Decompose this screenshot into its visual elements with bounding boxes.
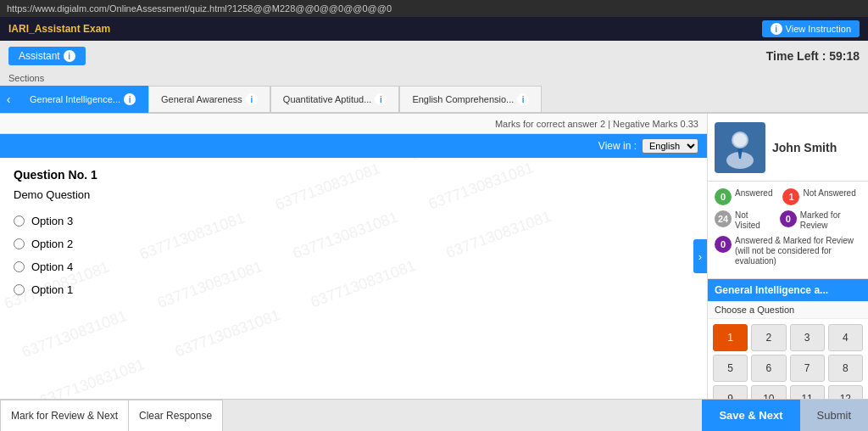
url-text: https://www.digialm.com/OnlineAssessment… (7, 3, 392, 14)
right-sidebar: John Smith 0 Answered 1 Not Answered (707, 114, 868, 399)
assistant-label: Assistant (19, 50, 60, 62)
question-grid-button-1[interactable]: 1 (713, 324, 748, 351)
tab-prev-arrow[interactable]: ‹ (0, 86, 17, 113)
not-answered-label: Not Answered (803, 188, 855, 199)
tab-label: English Comprehensio... (412, 94, 514, 104)
url-bar: https://www.digialm.com/OnlineAssessment… (0, 0, 868, 17)
option-item: Option 1 (14, 283, 693, 296)
question-grid-button-12[interactable]: 12 (828, 385, 863, 399)
question-grid-button-4[interactable]: 4 (828, 324, 863, 351)
mark-review-button[interactable]: Mark for Review & Next (0, 400, 129, 432)
legend-not-visited: 24 Not Visited (715, 210, 770, 231)
user-name: John Smith (772, 141, 837, 154)
tab-info-icon[interactable]: i (517, 93, 529, 105)
choose-label: Choose a Question (708, 301, 868, 319)
not-visited-badge: 24 (715, 210, 732, 227)
grid-title: General Intelligence a... (708, 279, 868, 301)
view-instruction-label: View Instruction (786, 24, 851, 34)
option-label-1[interactable]: Option 1 (31, 283, 73, 296)
question-grid-button-5[interactable]: 5 (713, 355, 748, 382)
view-instruction-button[interactable]: i View Instruction (762, 20, 860, 37)
option-list: Option 3 Option 2 Option 4 Option 1 (14, 215, 693, 296)
bottom-left: Mark for Review & Next Clear Response (0, 400, 223, 432)
view-in-select[interactable]: English Hindi (642, 138, 698, 154)
legend: 0 Answered 1 Not Answered 24 Not Visited… (708, 182, 868, 279)
info-icon: i (771, 23, 782, 35)
legend-row-2: 24 Not Visited 0 Marked for Review (715, 210, 861, 231)
grid-section: General Intelligence a... Choose a Quest… (708, 279, 868, 399)
content-area: Marks for correct answer 2 | Negative Ma… (0, 114, 868, 399)
tab-label: General Awareness (161, 94, 242, 104)
sidebar-toggle-arrow[interactable]: › (693, 239, 707, 273)
answered-marked-label: Answered & Marked for Review (will not b… (735, 236, 861, 266)
question-content: 637713083108163771308310816377130831081 … (0, 158, 707, 399)
info-icon-assistant: i (64, 50, 75, 62)
legend-marked-review: 0 Marked for Review (780, 210, 861, 231)
tab-english-comprehension[interactable]: English Comprehensio... i (399, 86, 542, 113)
legend-answered: 0 Answered (715, 188, 772, 205)
question-text: Demo Question (14, 188, 693, 201)
question-grid-button-2[interactable]: 2 (751, 324, 786, 351)
avatar-icon (719, 126, 761, 169)
legend-row-3: 0 Answered & Marked for Review (will not… (715, 236, 861, 266)
bottom-bar: Mark for Review & Next Clear Response Sa… (0, 399, 868, 431)
option-label-2[interactable]: Option 2 (31, 238, 73, 250)
assistant-button[interactable]: Assistant i (8, 47, 86, 65)
option-item: Option 2 (14, 238, 693, 250)
question-grid-button-7[interactable]: 7 (790, 355, 825, 382)
option-radio-4[interactable] (14, 261, 25, 272)
tab-general-awareness[interactable]: General Awareness i (148, 86, 270, 113)
not-visited-label: Not Visited (735, 210, 770, 231)
answered-badge: 0 (715, 188, 732, 205)
legend-answered-marked: 0 Answered & Marked for Review (will not… (715, 236, 861, 266)
question-grid-button-9[interactable]: 9 (713, 385, 748, 399)
option-item: Option 3 (14, 215, 693, 227)
marks-info: Marks for correct answer 2 | Negative Ma… (495, 119, 698, 129)
submit-button[interactable]: Submit (800, 400, 868, 432)
answered-marked-badge: 0 (715, 236, 732, 253)
question-grid-button-3[interactable]: 3 (790, 324, 825, 351)
sections-label: Sections (0, 71, 868, 87)
question-grid-button-6[interactable]: 6 (751, 355, 786, 382)
avatar (715, 122, 765, 173)
view-in-label: View in : (598, 140, 637, 152)
question-grid-button-10[interactable]: 10 (751, 385, 786, 399)
tab-info-icon[interactable]: i (375, 93, 387, 105)
marked-review-badge: 0 (780, 210, 797, 227)
top-nav: IARI_Assistant Exam i View Instruction (0, 17, 868, 41)
exam-title: IARI_Assistant Exam (8, 23, 110, 35)
marks-bar: Marks for correct answer 2 | Negative Ma… (0, 114, 707, 134)
view-in-bar: View in : English Hindi (0, 134, 707, 158)
legend-row-1: 0 Answered 1 Not Answered (715, 188, 861, 205)
question-grid-button-8[interactable]: 8 (828, 355, 863, 382)
bottom-right: Save & Next Submit (702, 400, 868, 432)
question-grid: 1234567891011121314151617181920 (708, 319, 868, 399)
question-number: Question No. 1 (14, 168, 693, 182)
option-label-4[interactable]: Option 4 (31, 260, 73, 273)
main-wrapper: Marks for correct answer 2 | Negative Ma… (0, 114, 868, 431)
option-item: Option 4 (14, 260, 693, 273)
svg-point-2 (733, 133, 747, 147)
answered-label: Answered (735, 188, 772, 199)
option-radio-2[interactable] (14, 238, 25, 249)
legend-not-answered: 1 Not Answered (782, 188, 855, 205)
clear-response-button[interactable]: Clear Response (129, 400, 223, 432)
header-area: Assistant i Time Left : 59:18 (0, 41, 868, 71)
timer: Time Left : 59:18 (766, 49, 860, 63)
tab-info-icon[interactable]: i (124, 93, 136, 105)
tab-general-intelligence[interactable]: General Intelligence... i (17, 86, 148, 113)
question-grid-button-11[interactable]: 11 (790, 385, 825, 399)
tab-label: General Intelligence... (30, 94, 120, 104)
not-answered-badge: 1 (782, 188, 799, 205)
tab-label: Quantitative Aptitud... (283, 94, 372, 104)
tab-quantitative-aptitude[interactable]: Quantitative Aptitud... i (270, 86, 400, 113)
option-radio-3[interactable] (14, 216, 25, 227)
tab-info-icon[interactable]: i (246, 93, 258, 105)
option-radio-1[interactable] (14, 284, 25, 295)
tab-bar: ‹ General Intelligence... i General Awar… (0, 87, 868, 114)
question-panel: Marks for correct answer 2 | Negative Ma… (0, 114, 707, 399)
save-next-button[interactable]: Save & Next (702, 400, 799, 432)
user-profile: John Smith (708, 114, 868, 182)
marked-review-label: Marked for Review (800, 210, 861, 231)
option-label-3[interactable]: Option 3 (31, 215, 73, 227)
